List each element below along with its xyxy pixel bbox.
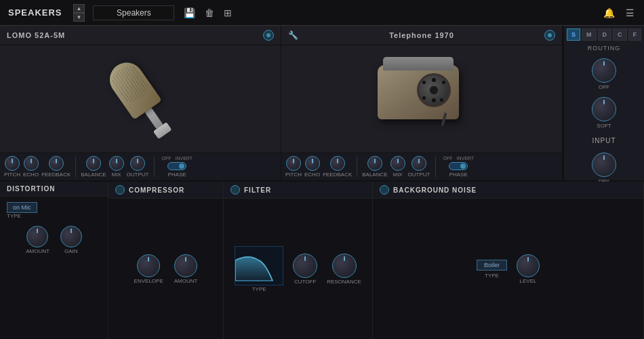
divider-4	[435, 157, 436, 177]
grid-button[interactable]: ⊞	[222, 6, 233, 20]
distortion-type-selector[interactable]: on Mic	[7, 202, 37, 213]
compressor-panel: COMPRESSOR ENVELOPE AMOUNT	[108, 182, 224, 339]
filter-cutoff-group: CUTOFF	[293, 254, 317, 285]
filter-power[interactable]	[230, 185, 240, 195]
phase-toggle-1[interactable]	[167, 162, 186, 170]
feedback-knob-control-1[interactable]	[49, 156, 64, 171]
phase-group-1: OFF INVERT PHASE	[162, 156, 193, 178]
dry-knob[interactable]	[592, 153, 616, 177]
distortion-gain-label: GAIN	[64, 248, 78, 254]
pitch-knob-control-2[interactable]	[286, 156, 301, 171]
phase-off-1: OFF	[162, 156, 172, 161]
notification-button[interactable]: 🔔	[602, 6, 616, 20]
soft-knob-label: SOFT	[597, 123, 611, 129]
instrument-1-name: LOMO 52A-5M	[7, 31, 65, 39]
filter-cutoff-label: CUTOFF	[294, 279, 316, 285]
filter-resonance-group: RESONANCE	[327, 254, 361, 285]
phase-labels-1: OFF INVERT	[162, 156, 193, 161]
tab-f[interactable]: F	[628, 28, 642, 41]
instrument-1-power[interactable]	[263, 30, 274, 41]
phase-group-2: OFF INVERT PHASE	[443, 156, 475, 178]
pitch-knob-control-1[interactable]	[5, 156, 20, 171]
compressor-amount-label: AMOUNT	[174, 278, 198, 284]
compressor-power[interactable]	[115, 185, 125, 195]
echo-knob-control-2[interactable]	[305, 156, 320, 171]
balance-label-2: BALANCE	[362, 172, 387, 178]
compressor-amount-knob[interactable]	[174, 254, 197, 277]
top-bar: SPEAKERS ▲ ▼ Speakers 💾 🗑 ⊞ 🔔 ☰	[0, 0, 644, 26]
filter-type-label: TYPE	[252, 286, 266, 292]
output-knob-2: OUTPUT	[408, 156, 430, 178]
tab-d[interactable]: D	[598, 28, 612, 41]
tab-c[interactable]: C	[613, 28, 627, 41]
save-button[interactable]: 💾	[182, 6, 197, 20]
filter-resonance-label: RESONANCE	[327, 279, 361, 285]
pitch-label-2: PITCH	[285, 172, 302, 178]
preset-name: Speakers	[93, 5, 174, 20]
compressor-envelope-knob[interactable]	[137, 254, 160, 277]
bg-noise-power[interactable]	[380, 185, 389, 195]
feedback-label-1: FEEDBACK	[41, 172, 71, 178]
mix-knob-2: MIX	[390, 156, 405, 178]
filter-panel: FILTER TYP	[224, 182, 373, 339]
mix-knob-1: MIX	[109, 156, 124, 178]
compressor-amount-group: AMOUNT	[174, 254, 198, 284]
phase-off-2: OFF	[443, 156, 453, 161]
bg-noise-header: BACKGROUND NOISE	[373, 182, 643, 199]
divider-3	[357, 157, 357, 177]
instrument-2-header: 🔧 Telephone 1970	[281, 26, 562, 45]
output-knob-control-2[interactable]	[411, 156, 426, 171]
instrument-panel-1: LOMO 52A-5M PITCH ECHO	[0, 26, 281, 180]
echo-knob-2: ECHO	[304, 156, 320, 178]
output-knob-control-1[interactable]	[130, 156, 145, 171]
phase-invert-1: INVERT	[176, 156, 193, 161]
mix-label-1: MIX	[111, 172, 121, 178]
distortion-amount-knob[interactable]	[26, 226, 48, 247]
pitch-knob-1: PITCH	[4, 156, 20, 178]
dry-knob-item: DRY	[592, 153, 616, 184]
soft-knob[interactable]	[592, 97, 616, 121]
preset-down-button[interactable]: ▼	[73, 13, 85, 22]
feedback-knob-control-2[interactable]	[330, 156, 345, 171]
instrument-1-controls: PITCH ECHO FEEDBACK BALANCE MIX OUTPUT	[0, 153, 281, 180]
instrument-1-image	[0, 45, 281, 153]
balance-knob-control-1[interactable]	[86, 156, 101, 171]
mix-knob-control-2[interactable]	[390, 156, 405, 171]
preset-arrows[interactable]: ▲ ▼	[73, 4, 85, 22]
pitch-knob-2: PITCH	[285, 156, 302, 178]
instruments-row: LOMO 52A-5M PITCH ECHO	[0, 26, 644, 182]
instrument-1-header: LOMO 52A-5M	[0, 26, 281, 45]
routing-knobs: OFF SOFT INPUT DRY	[564, 53, 644, 190]
balance-label-1: BALANCE	[81, 172, 106, 178]
balance-knob-2: BALANCE	[362, 156, 387, 178]
right-panel: S M D C F ROUTING OFF SOFT INPUT DRY	[563, 26, 644, 180]
balance-knob-control-2[interactable]	[367, 156, 382, 171]
phase-toggle-2[interactable]	[449, 162, 468, 170]
filter-type-visual[interactable]	[235, 246, 283, 285]
bg-noise-type-selector[interactable]: Boiler	[477, 260, 507, 271]
tab-m[interactable]: M	[582, 28, 597, 41]
mix-knob-control-1[interactable]	[109, 156, 124, 171]
delete-button[interactable]: 🗑	[203, 6, 216, 20]
filter-resonance-knob[interactable]	[332, 254, 357, 278]
echo-knob-1: ECHO	[23, 156, 39, 178]
distortion-gain-group: GAIN	[60, 226, 82, 254]
instrument-2-controls: PITCH ECHO FEEDBACK BALANCE MIX OUTPUT	[281, 153, 562, 180]
bg-noise-level-knob[interactable]	[517, 254, 540, 277]
filter-cutoff-knob[interactable]	[293, 254, 317, 278]
off-knob-label: OFF	[599, 84, 609, 90]
instrument-2-power[interactable]	[544, 30, 555, 41]
distortion-title: DISTORTION	[7, 185, 55, 193]
echo-knob-control-1[interactable]	[24, 156, 39, 171]
tab-s[interactable]: S	[567, 28, 580, 41]
preset-up-button[interactable]: ▲	[73, 4, 85, 13]
off-knob[interactable]	[592, 58, 616, 83]
mix-label-2: MIX	[393, 172, 402, 178]
distortion-header: DISTORTION	[0, 182, 108, 197]
routing-label: ROUTING	[564, 43, 644, 53]
filter-curve-svg	[235, 247, 283, 285]
menu-button[interactable]: ☰	[624, 6, 636, 20]
distortion-gain-knob[interactable]	[60, 226, 82, 247]
wrench-icon[interactable]: 🔧	[288, 31, 299, 40]
phase-invert-2: INVERT	[457, 156, 475, 161]
